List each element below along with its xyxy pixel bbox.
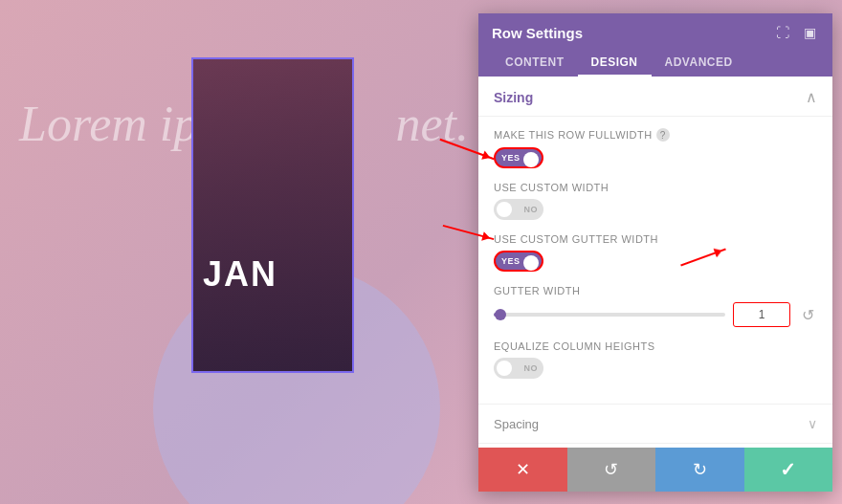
tab-advanced[interactable]: Advanced	[652, 50, 746, 77]
custom-width-toggle[interactable]: NO	[494, 199, 543, 220]
tab-design[interactable]: Design	[578, 50, 652, 77]
equalize-columns-label: Equalize Column Heights	[494, 340, 817, 352]
custom-width-setting: Use Custom Width NO	[494, 182, 817, 220]
save-button[interactable]: ✓	[744, 448, 833, 492]
sizing-section-header[interactable]: Sizing ∧	[478, 77, 832, 117]
redo-icon: ↻	[693, 459, 707, 480]
gutter-width-setting: Gutter Width 1 ↺	[494, 285, 817, 327]
panel-title: Row Settings	[492, 25, 583, 41]
equalize-columns-toggle-label: NO	[524, 363, 539, 373]
net-text: net.	[395, 96, 469, 152]
panel-body: Sizing ∧ Make This Row Fullwidth ? YES	[478, 77, 832, 448]
redo-button[interactable]: ↻	[655, 448, 744, 492]
equalize-columns-toggle[interactable]: NO	[494, 358, 543, 379]
gutter-slider[interactable]	[494, 313, 725, 317]
panel-icons: ⛶ ▣	[773, 23, 819, 42]
save-icon: ✓	[780, 458, 796, 481]
fullwidth-label: Make This Row Fullwidth ?	[494, 128, 817, 142]
custom-width-toggle-label: NO	[524, 205, 539, 214]
tab-content[interactable]: Content	[492, 50, 578, 77]
equalize-columns-setting: Equalize Column Heights NO	[494, 340, 817, 379]
fullwidth-setting: Make This Row Fullwidth ? YES	[494, 128, 817, 168]
fullwidth-toggle-wrap: YES	[494, 147, 817, 168]
fullwidth-toggle-label: YES	[501, 153, 521, 163]
sizing-chevron-up-icon: ∧	[806, 88, 817, 106]
undo-button[interactable]: ↺	[567, 448, 656, 492]
custom-gutter-toggle-knob	[523, 255, 539, 271]
panel-tabs: Content Design Advanced	[492, 50, 819, 77]
spacing-chevron-icon: ∨	[808, 416, 817, 431]
custom-gutter-toggle-wrap: YES	[494, 251, 817, 272]
panel-header: Row Settings ⛶ ▣ Content Design Advanced	[478, 13, 832, 77]
fullwidth-toggle-knob	[523, 152, 539, 167]
gutter-width-row: 1 ↺	[494, 302, 817, 327]
sizing-section: Sizing ∧ Make This Row Fullwidth ? YES	[478, 77, 832, 404]
fullwidth-help-icon[interactable]: ?	[656, 128, 670, 142]
slider-thumb[interactable]	[495, 309, 506, 320]
gutter-width-label: Gutter Width	[494, 285, 817, 296]
sizing-section-content: Make This Row Fullwidth ? YES Use Custom…	[478, 117, 832, 404]
custom-gutter-toggle-label: YES	[501, 256, 521, 266]
custom-gutter-toggle[interactable]: YES	[494, 251, 543, 272]
panel-title-row: Row Settings ⛶ ▣	[492, 23, 819, 42]
equalize-columns-toggle-knob	[497, 361, 512, 376]
preview-card: JAN	[191, 57, 354, 373]
cancel-button[interactable]: ✕	[478, 448, 567, 492]
cancel-icon: ✕	[516, 459, 530, 480]
fullwidth-toggle[interactable]: YES	[494, 147, 543, 168]
undo-icon: ↺	[604, 459, 618, 480]
preview-card-overlay	[193, 59, 352, 371]
custom-width-toggle-knob	[497, 202, 512, 217]
jan-label: JAN	[203, 254, 277, 295]
gutter-reset-button[interactable]: ↺	[798, 306, 817, 324]
equalize-columns-toggle-wrap: NO	[494, 358, 817, 379]
sizing-section-title: Sizing	[494, 90, 533, 105]
custom-width-label: Use Custom Width	[494, 182, 817, 193]
spacing-title: Spacing	[494, 417, 539, 431]
gutter-slider-wrap	[494, 313, 725, 317]
custom-gutter-setting: Use Custom Gutter Width YES	[494, 233, 817, 272]
close-icon[interactable]: ▣	[800, 23, 819, 42]
row-settings-panel: Row Settings ⛶ ▣ Content Design Advanced…	[478, 13, 832, 492]
fullscreen-icon[interactable]: ⛶	[773, 23, 792, 42]
custom-gutter-label: Use Custom Gutter Width	[494, 233, 817, 245]
gutter-width-input[interactable]: 1	[733, 302, 790, 327]
custom-width-toggle-wrap: NO	[494, 199, 817, 220]
panel-footer: ✕ ↺ ↻ ✓	[478, 448, 832, 492]
spacing-section-header[interactable]: Spacing ∨	[478, 405, 832, 443]
spacing-section: Spacing ∨	[478, 404, 832, 443]
